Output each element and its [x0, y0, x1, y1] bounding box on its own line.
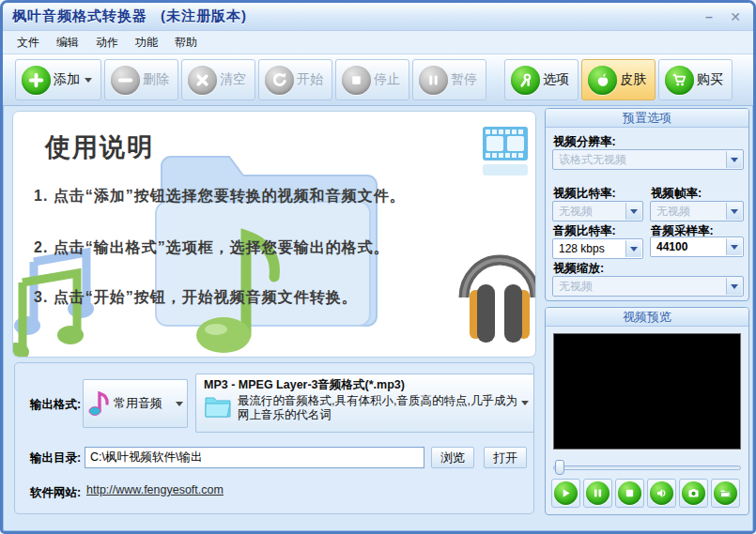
usage-title: 使用说明 [45, 130, 154, 164]
speaker-icon [650, 481, 673, 505]
options-button-label: 选项 [543, 71, 569, 88]
website-label: 软件网站: [30, 485, 81, 501]
output-dir-input[interactable] [85, 447, 424, 468]
video-resolution-value: 该格式无视频 [559, 150, 724, 169]
toolbar: 添加 删除 清空 开始 停止 [3, 54, 753, 106]
pause-bars-icon [419, 66, 448, 95]
minimize-icon[interactable]: – [701, 8, 717, 25]
format-category-select[interactable]: 常用音频 [83, 379, 188, 428]
preset-options-title: 预置选项 [546, 109, 748, 128]
dropdown-arrow-icon[interactable] [726, 203, 742, 220]
video-scale-label: 视频缩放: [553, 261, 604, 277]
stop-button[interactable]: 停止 [335, 59, 409, 100]
snapshot-button[interactable] [679, 479, 708, 508]
menu-help[interactable]: 帮助 [166, 32, 206, 53]
skin-button-label: 皮肤 [620, 71, 646, 88]
plus-icon [22, 66, 51, 95]
video-preview-panel: 视频预览 [545, 307, 749, 515]
play-icon [554, 481, 578, 505]
add-button-label: 添加 [54, 71, 80, 88]
output-format-label: 输出格式: [30, 397, 81, 413]
seek-slider-thumb[interactable] [555, 460, 564, 475]
dropdown-arrow-icon[interactable] [625, 240, 641, 257]
unregistered-badge: (未注册版本) [161, 8, 247, 25]
audio-bitrate-select[interactable]: 128 kbps [552, 238, 643, 259]
playback-controls [551, 479, 740, 508]
website-link[interactable]: http://www.fengyesoft.com [86, 483, 224, 496]
stop-icon [618, 481, 641, 505]
format-desc-line2: 网上音乐的代名词 [238, 408, 517, 422]
menu-action[interactable]: 动作 [87, 32, 127, 53]
menu-file[interactable]: 文件 [8, 32, 48, 53]
cart-icon [665, 66, 694, 95]
window-controls: – ✕ [701, 8, 744, 25]
video-bitrate-select[interactable]: 无视频 [552, 201, 643, 221]
audio-bitrate-value: 128 kbps [559, 239, 624, 258]
video-resolution-label: 视频分辨率: [553, 134, 616, 150]
add-button[interactable]: 添加 [15, 59, 101, 100]
video-preview-title: 视频预览 [546, 308, 748, 327]
video-framerate-select[interactable]: 无视频 [650, 201, 744, 221]
open-button[interactable]: 打开 [484, 447, 527, 468]
stop-square-icon [342, 66, 371, 95]
title-bar: 枫叶音频格式转换器 (未注册版本) – ✕ [3, 3, 753, 31]
browse-button[interactable]: 浏览 [431, 447, 474, 468]
pause-button-label: 暂停 [451, 71, 477, 88]
chevron-down-icon [85, 78, 92, 83]
format-detail-select[interactable]: MP3 - MPEG Layer-3音频格式(*.mp3) 最流行的音频格式,具… [195, 374, 534, 433]
options-button[interactable]: 选项 [504, 59, 579, 100]
stop-playback-button[interactable] [615, 479, 644, 508]
start-button[interactable]: 开始 [258, 59, 332, 100]
start-button-label: 开始 [297, 71, 323, 88]
headphones-graphic-icon [453, 217, 536, 358]
audio-samplerate-value: 44100 [656, 237, 724, 256]
skin-button[interactable]: 皮肤 [581, 59, 656, 100]
video-framerate-value: 无视频 [656, 202, 724, 221]
seek-slider-track[interactable] [553, 465, 741, 470]
stop-button-label: 停止 [374, 71, 400, 88]
video-bitrate-value: 无视频 [559, 202, 624, 221]
instruction-step-3: 3. 点击“开始”按钮，开始视频音频文件转换。 [34, 288, 358, 308]
dropdown-arrow-icon[interactable] [726, 278, 742, 295]
format-desc-line1: 最流行的音频格式,具有体积小,音质高的特点,几乎成为 [238, 394, 517, 408]
video-framerate-label: 视频帧率: [651, 186, 702, 202]
video-resolution-select[interactable]: 该格式无视频 [552, 149, 744, 170]
audio-samplerate-select[interactable]: 44100 [650, 236, 744, 257]
audio-bitrate-label: 音频比特率: [553, 223, 616, 239]
video-scale-select[interactable]: 无视频 [552, 276, 744, 297]
preset-options-panel: 预置选项 视频分辨率: 该格式无视频 视频比特率: 视频帧率: 无视频 无视频 … [545, 108, 749, 301]
instruction-step-2: 2. 点击“输出格式”选项框，选择您要输出的格式。 [34, 238, 390, 258]
delete-button[interactable]: 删除 [104, 59, 178, 100]
seek-slider[interactable] [553, 460, 741, 475]
video-preview-screen [553, 333, 741, 450]
close-icon[interactable]: ✕ [727, 8, 744, 25]
app-window: 枫叶音频格式转换器 (未注册版本) – ✕ 文件 编辑 动作 功能 帮助 添加 … [0, 0, 756, 534]
format-category-value: 常用音频 [114, 395, 162, 412]
pause-icon [586, 481, 609, 505]
folder-icon [714, 481, 737, 505]
video-bitrate-label: 视频比特率: [553, 186, 616, 202]
menu-function[interactable]: 功能 [127, 32, 166, 53]
music-note-icon [87, 389, 112, 418]
minus-icon [111, 66, 140, 95]
chevron-down-icon [176, 402, 183, 406]
clear-button[interactable]: 清空 [181, 59, 255, 100]
apple-icon [588, 66, 617, 95]
volume-button[interactable] [647, 479, 676, 508]
menu-edit[interactable]: 编辑 [48, 32, 87, 53]
play-button[interactable] [551, 479, 580, 508]
pause-button[interactable]: 暂停 [412, 59, 486, 100]
instructions-panel: 使用说明 1. 点击“添加”按钮选择您要转换的视频和音频文件。 2. 点击“输出… [12, 111, 536, 358]
buy-button-label: 购买 [697, 71, 723, 88]
instruction-step-1: 1. 点击“添加”按钮选择您要转换的视频和音频文件。 [34, 187, 406, 206]
camera-icon [682, 481, 705, 505]
tools-icon [511, 66, 540, 95]
format-title: MP3 - MPEG Layer-3音频格式(*.mp3) [204, 377, 518, 393]
video-scale-value: 无视频 [559, 277, 724, 296]
pause-playback-button[interactable] [583, 479, 612, 508]
dropdown-arrow-icon[interactable] [726, 151, 742, 168]
buy-button[interactable]: 购买 [658, 59, 733, 100]
dropdown-arrow-icon[interactable] [625, 203, 641, 220]
dropdown-arrow-icon[interactable] [726, 238, 742, 255]
open-folder-button[interactable] [711, 479, 740, 508]
